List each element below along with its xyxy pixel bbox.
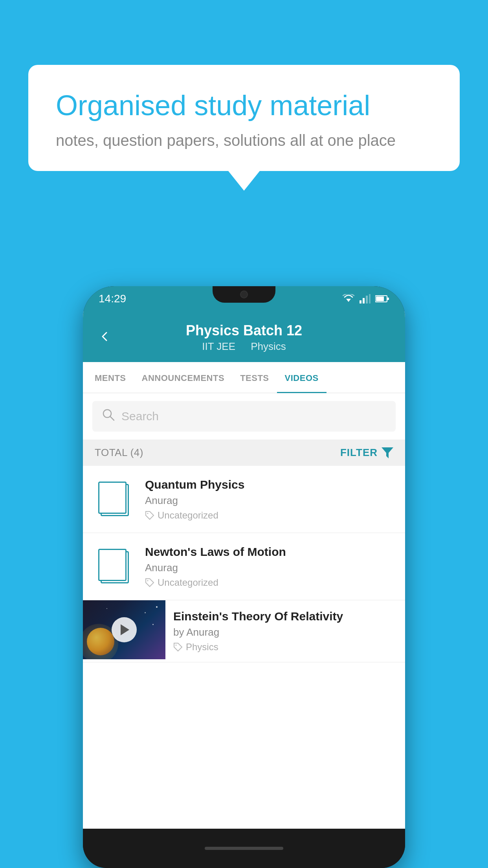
battery-icon bbox=[375, 294, 389, 303]
app-header: Physics Batch 12 IIT JEE Physics bbox=[83, 311, 405, 362]
header-subtitle-iitjee: IIT JEE bbox=[202, 340, 235, 352]
item-tag-label: Physics bbox=[186, 642, 218, 653]
list-item[interactable]: Quantum Physics Anurag Uncategorized bbox=[83, 466, 405, 533]
svg-marker-10 bbox=[382, 447, 393, 458]
speech-bubble-tail bbox=[228, 171, 260, 191]
item-title: Newton's Laws of Motion bbox=[145, 545, 396, 559]
header-subtitle: IIT JEE Physics bbox=[123, 340, 365, 353]
tab-tests[interactable]: TESTS bbox=[232, 362, 277, 393]
item-tag: Physics bbox=[173, 642, 396, 653]
star bbox=[106, 608, 107, 609]
tag-icon bbox=[145, 511, 154, 520]
total-count-label: TOTAL (4) bbox=[95, 447, 143, 459]
phone-notch bbox=[213, 286, 275, 303]
filter-bar: TOTAL (4) FILTER bbox=[83, 440, 405, 466]
tab-announcements[interactable]: ANNOUNCEMENTS bbox=[134, 362, 233, 393]
signal-icon bbox=[360, 294, 371, 303]
speech-bubble-subtitle: notes, question papers, solutions all at… bbox=[56, 132, 432, 149]
filter-label: FILTER bbox=[340, 447, 378, 459]
svg-marker-0 bbox=[346, 299, 351, 302]
svg-point-11 bbox=[147, 513, 149, 514]
wifi-icon bbox=[342, 294, 355, 303]
item-author: Anurag bbox=[145, 495, 396, 507]
list-item[interactable]: Einstein's Theory Of Relativity by Anura… bbox=[83, 600, 405, 662]
speech-bubble-section: Organised study material notes, question… bbox=[28, 65, 460, 191]
search-bar[interactable]: Search bbox=[92, 401, 396, 432]
file-icon-front bbox=[98, 549, 127, 581]
search-icon bbox=[102, 408, 115, 425]
star bbox=[156, 606, 158, 608]
phone-bottom bbox=[83, 829, 405, 868]
speech-bubble: Organised study material notes, question… bbox=[28, 65, 460, 171]
svg-point-13 bbox=[176, 645, 177, 646]
star bbox=[145, 612, 146, 613]
svg-rect-6 bbox=[387, 298, 389, 300]
svg-rect-7 bbox=[376, 296, 384, 301]
item-icon-wrapper bbox=[92, 545, 136, 588]
tab-videos[interactable]: VIDEOS bbox=[277, 362, 327, 393]
item-author: by Anurag bbox=[173, 626, 396, 638]
svg-line-9 bbox=[110, 417, 114, 420]
tab-ments[interactable]: MENTS bbox=[87, 362, 134, 393]
header-title-group: Physics Batch 12 IIT JEE Physics bbox=[123, 322, 365, 353]
play-button[interactable] bbox=[112, 617, 137, 642]
svg-rect-4 bbox=[369, 294, 371, 303]
header-title: Physics Batch 12 bbox=[123, 322, 365, 339]
filter-icon bbox=[382, 447, 393, 458]
item-info: Einstein's Theory Of Relativity by Anura… bbox=[165, 600, 405, 662]
item-tag-label: Uncategorized bbox=[158, 510, 218, 521]
svg-rect-3 bbox=[366, 296, 368, 303]
tabs-bar: MENTS ANNOUNCEMENTS TESTS VIDEOS bbox=[83, 362, 405, 393]
star bbox=[152, 624, 154, 625]
item-title: Quantum Physics bbox=[145, 478, 396, 491]
thumb-planet bbox=[87, 628, 114, 655]
phone-frame: 14:29 bbox=[83, 286, 405, 868]
item-tag-label: Uncategorized bbox=[158, 577, 218, 588]
video-list: Quantum Physics Anurag Uncategorized bbox=[83, 466, 405, 662]
svg-rect-2 bbox=[363, 298, 365, 303]
svg-point-8 bbox=[103, 410, 111, 417]
item-info: Newton's Laws of Motion Anurag Uncategor… bbox=[145, 545, 396, 588]
back-button[interactable] bbox=[99, 329, 111, 346]
video-thumbnail bbox=[83, 600, 165, 659]
item-author: Anurag bbox=[145, 562, 396, 574]
status-icons bbox=[342, 294, 389, 303]
item-icon-wrapper bbox=[92, 478, 136, 521]
search-bar-container: Search bbox=[83, 393, 405, 440]
camera-dot bbox=[240, 291, 248, 298]
phone-screen: Physics Batch 12 IIT JEE Physics MENTS A… bbox=[83, 311, 405, 829]
search-placeholder: Search bbox=[121, 410, 159, 423]
tag-icon bbox=[173, 642, 183, 652]
item-tag: Uncategorized bbox=[145, 510, 396, 521]
item-title: Einstein's Theory Of Relativity bbox=[173, 610, 396, 623]
item-tag: Uncategorized bbox=[145, 577, 396, 588]
svg-point-12 bbox=[147, 580, 149, 581]
file-icon-front bbox=[98, 482, 127, 514]
filter-button[interactable]: FILTER bbox=[340, 447, 393, 459]
speech-bubble-title: Organised study material bbox=[56, 88, 432, 122]
tag-icon bbox=[145, 578, 154, 587]
play-triangle-icon bbox=[121, 624, 129, 635]
home-indicator bbox=[205, 847, 283, 850]
svg-rect-1 bbox=[360, 300, 361, 303]
status-bar: 14:29 bbox=[83, 286, 405, 311]
header-subtitle-physics: Physics bbox=[251, 340, 286, 352]
status-time: 14:29 bbox=[99, 292, 126, 305]
list-item[interactable]: Newton's Laws of Motion Anurag Uncategor… bbox=[83, 533, 405, 600]
item-info: Quantum Physics Anurag Uncategorized bbox=[145, 478, 396, 521]
